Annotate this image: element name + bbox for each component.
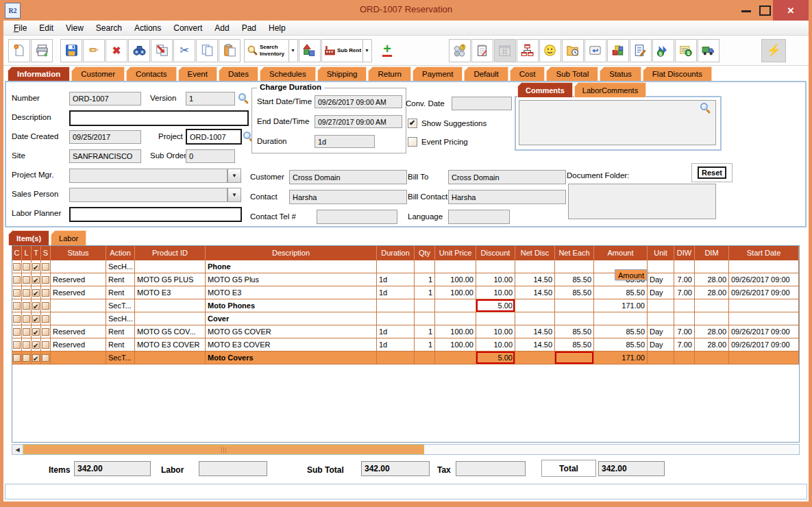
shipping-button[interactable] (698, 39, 719, 62)
cell-diw[interactable]: 7.00 (674, 286, 695, 299)
checkbox-cell-l[interactable] (22, 351, 32, 364)
column-header-unit[interactable]: Unit (648, 246, 674, 260)
cell-net_each[interactable] (555, 351, 594, 364)
cell-diw[interactable]: 7.00 (674, 338, 695, 351)
row-checkbox[interactable] (32, 302, 40, 310)
cell-net_each[interactable] (555, 312, 594, 325)
cell-dim[interactable]: 28.00 (695, 286, 729, 299)
comments-search-icon[interactable] (700, 102, 711, 113)
cell-action[interactable]: SecT... (106, 299, 135, 312)
row-checkbox[interactable] (13, 341, 21, 349)
cell-net_disc[interactable]: 14.50 (515, 325, 555, 338)
menu-item-help[interactable]: Help (262, 21, 292, 36)
close-button[interactable]: ✕ (773, 0, 809, 21)
tab-schedules[interactable]: Schedules (260, 66, 316, 81)
item-row[interactable]: SecT...Moto Phones5.00171.00 (12, 299, 799, 312)
cell-unit[interactable]: Day (648, 273, 674, 286)
cell-duration[interactable]: 1d (377, 338, 415, 351)
menu-item-actions[interactable]: Actions (128, 21, 167, 36)
cell-diw[interactable] (674, 312, 695, 325)
group-availability-button[interactable]: ? (449, 39, 471, 62)
cell-dim[interactable] (695, 299, 729, 312)
cell-qty[interactable]: 1 (415, 325, 435, 338)
cell-net_disc[interactable]: 14.50 (515, 273, 555, 286)
cell-dim[interactable] (695, 312, 729, 325)
cell-amount[interactable]: 171.00 (594, 351, 648, 364)
cell-status[interactable] (51, 351, 106, 364)
bill-to-field[interactable]: Cross Domain (448, 170, 566, 184)
customer-field[interactable]: Cross Domain (289, 170, 407, 184)
shapes-button[interactable] (299, 39, 321, 62)
cell-action[interactable]: SecH... (106, 312, 135, 325)
checkbox-cell-s[interactable] (41, 286, 51, 299)
cell-amount[interactable]: 85.50 (594, 325, 648, 338)
cell-qty[interactable]: 1 (415, 286, 435, 299)
tab-dates[interactable]: Dates (219, 66, 258, 81)
cell-discount[interactable]: 10.00 (476, 338, 515, 351)
contact-tel-field[interactable] (317, 210, 397, 224)
column-header-dim[interactable]: DIM (695, 246, 729, 260)
cell-start_date[interactable] (729, 351, 799, 364)
transfer-button[interactable] (151, 39, 173, 62)
row-checkbox[interactable] (13, 315, 21, 323)
cell-status[interactable] (51, 312, 106, 325)
column-header-discount[interactable]: Discount (476, 246, 515, 260)
cell-discount[interactable]: 5.00 (476, 351, 515, 364)
tab-information[interactable]: Information (8, 66, 70, 81)
sub-rent-dropdown[interactable]: ▼ (362, 40, 369, 62)
cell-action[interactable]: Rent (106, 325, 135, 338)
row-checkbox[interactable] (32, 315, 40, 323)
cell-status[interactable]: Reserved (51, 338, 106, 351)
cell-unit[interactable]: Day (648, 286, 674, 299)
checkbox-cell-s[interactable] (41, 325, 51, 338)
checkbox-cell-t[interactable] (32, 286, 41, 299)
tab-customer[interactable]: Customer (71, 66, 125, 81)
cell-unit[interactable] (648, 260, 674, 273)
row-checkbox[interactable] (42, 263, 49, 271)
row-checkbox[interactable] (32, 354, 40, 362)
column-header-action[interactable]: Action (106, 246, 135, 260)
cell-unit_price[interactable] (435, 260, 476, 273)
cell-action[interactable]: SecT... (106, 351, 135, 364)
column-header-qty[interactable]: Qty (415, 246, 435, 260)
column-header-description[interactable]: Description (206, 246, 377, 260)
tab-sub-total[interactable]: Sub Total (546, 66, 598, 81)
checkbox-cell-s[interactable] (41, 351, 51, 364)
number-field[interactable]: ORD-1007 (69, 92, 141, 106)
cell-action[interactable]: Rent (106, 286, 135, 299)
site-field[interactable]: SANFRANCISCO (69, 149, 141, 163)
row-checkbox[interactable] (32, 263, 40, 271)
cell-net_each[interactable]: 85.50 (555, 325, 594, 338)
checkbox-cell-c[interactable] (12, 299, 22, 312)
row-checkbox[interactable] (23, 354, 30, 362)
cell-description[interactable]: Phone (206, 260, 377, 273)
cell-status[interactable]: Reserved (51, 273, 106, 286)
cell-duration[interactable]: 1d (377, 325, 415, 338)
cell-product_id[interactable]: MOTO G5 PLUS (135, 273, 206, 286)
delete-button[interactable]: ✖ (106, 39, 127, 62)
checkbox-cell-t[interactable] (32, 312, 41, 325)
column-header-amount[interactable]: Amount (594, 246, 648, 260)
row-checkbox[interactable] (42, 302, 49, 310)
cell-description[interactable]: MOTO E3 (206, 286, 377, 299)
cell-duration[interactable]: 1d (377, 286, 415, 299)
cell-description[interactable]: MOTO G5 COVER (206, 325, 377, 338)
add-line-button[interactable]: + (378, 39, 396, 62)
cell-product_id[interactable] (135, 299, 206, 312)
project-mgr-dropdown[interactable]: ▼ (227, 169, 241, 183)
cell-unit[interactable] (648, 312, 674, 325)
column-header-net-each[interactable]: Net Each (555, 246, 594, 260)
column-header-product-id[interactable]: Product ID (135, 246, 206, 260)
sales-person-dropdown[interactable]: ▼ (227, 188, 241, 202)
scroll-left-arrow[interactable]: ◀ (12, 445, 23, 454)
cell-start_date[interactable] (729, 299, 799, 312)
cell-diw[interactable]: 7.00 (674, 273, 695, 286)
cell-net_disc[interactable] (515, 260, 555, 273)
cell-unit[interactable] (648, 299, 674, 312)
sales-person-field[interactable] (69, 188, 227, 202)
row-checkbox[interactable] (23, 315, 30, 323)
search-inventory-button[interactable]: Search Inventory ▼ (244, 39, 298, 62)
row-checkbox[interactable] (23, 263, 30, 271)
folder-history-button[interactable] (562, 39, 584, 62)
show-suggestions-checkbox[interactable] (408, 119, 417, 128)
